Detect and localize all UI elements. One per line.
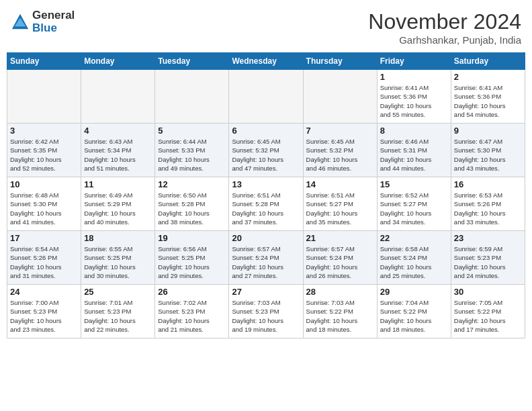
day-number: 9 bbox=[454, 126, 522, 136]
day-info: Sunrise: 7:04 AM Sunset: 5:22 PM Dayligh… bbox=[380, 298, 448, 334]
day-info: Sunrise: 6:47 AM Sunset: 5:30 PM Dayligh… bbox=[454, 137, 522, 173]
day-info: Sunrise: 6:58 AM Sunset: 5:24 PM Dayligh… bbox=[380, 244, 448, 280]
weekday-header: Saturday bbox=[451, 53, 525, 70]
day-number: 28 bbox=[306, 287, 374, 297]
day-info: Sunrise: 6:53 AM Sunset: 5:26 PM Dayligh… bbox=[454, 191, 522, 226]
day-info: Sunrise: 6:55 AM Sunset: 5:25 PM Dayligh… bbox=[84, 244, 152, 280]
day-cell: 9Sunrise: 6:47 AM Sunset: 5:30 PM Daylig… bbox=[451, 124, 525, 177]
title-block: November 2024 Garhshankar, Punjab, India bbox=[368, 9, 521, 46]
day-info: Sunrise: 6:59 AM Sunset: 5:23 PM Dayligh… bbox=[454, 244, 522, 280]
day-number: 6 bbox=[232, 126, 300, 136]
day-info: Sunrise: 7:03 AM Sunset: 5:22 PM Dayligh… bbox=[306, 298, 374, 334]
day-number: 3 bbox=[10, 126, 78, 136]
empty-day-cell bbox=[155, 70, 229, 124]
day-info: Sunrise: 6:48 AM Sunset: 5:30 PM Dayligh… bbox=[10, 191, 78, 226]
calendar-week-row: 1Sunrise: 6:41 AM Sunset: 5:36 PM Daylig… bbox=[7, 70, 525, 124]
day-cell: 8Sunrise: 6:46 AM Sunset: 5:31 PM Daylig… bbox=[377, 124, 451, 177]
day-number: 26 bbox=[158, 287, 226, 297]
day-number: 27 bbox=[232, 287, 300, 297]
day-info: Sunrise: 6:51 AM Sunset: 5:28 PM Dayligh… bbox=[232, 191, 300, 226]
day-number: 18 bbox=[84, 233, 152, 243]
day-cell: 24Sunrise: 7:00 AM Sunset: 5:23 PM Dayli… bbox=[7, 285, 81, 338]
day-number: 4 bbox=[84, 126, 152, 136]
day-info: Sunrise: 7:03 AM Sunset: 5:23 PM Dayligh… bbox=[232, 298, 300, 334]
weekday-header: Tuesday bbox=[155, 53, 229, 70]
logo-icon bbox=[11, 13, 30, 32]
location: Garhshankar, Punjab, India bbox=[368, 34, 521, 46]
day-number: 5 bbox=[158, 126, 226, 136]
weekday-header-row: SundayMondayTuesdayWednesdayThursdayFrid… bbox=[7, 53, 525, 70]
day-info: Sunrise: 7:00 AM Sunset: 5:23 PM Dayligh… bbox=[10, 298, 78, 334]
day-cell: 2Sunrise: 6:41 AM Sunset: 5:36 PM Daylig… bbox=[451, 70, 525, 124]
day-cell: 22Sunrise: 6:58 AM Sunset: 5:24 PM Dayli… bbox=[377, 231, 451, 285]
day-cell: 30Sunrise: 7:05 AM Sunset: 5:22 PM Dayli… bbox=[451, 285, 525, 338]
day-cell: 26Sunrise: 7:02 AM Sunset: 5:23 PM Dayli… bbox=[155, 285, 229, 338]
day-cell: 13Sunrise: 6:51 AM Sunset: 5:28 PM Dayli… bbox=[229, 177, 303, 231]
logo: General Blue bbox=[11, 9, 75, 34]
empty-day-cell bbox=[229, 70, 303, 124]
day-info: Sunrise: 6:44 AM Sunset: 5:33 PM Dayligh… bbox=[158, 137, 226, 173]
day-info: Sunrise: 6:43 AM Sunset: 5:34 PM Dayligh… bbox=[84, 137, 152, 173]
day-cell: 29Sunrise: 7:04 AM Sunset: 5:22 PM Dayli… bbox=[377, 285, 451, 338]
day-number: 23 bbox=[454, 233, 522, 243]
day-cell: 14Sunrise: 6:51 AM Sunset: 5:27 PM Dayli… bbox=[303, 177, 377, 231]
day-cell: 1Sunrise: 6:41 AM Sunset: 5:36 PM Daylig… bbox=[377, 70, 451, 124]
day-cell: 18Sunrise: 6:55 AM Sunset: 5:25 PM Dayli… bbox=[81, 231, 155, 285]
calendar-table: SundayMondayTuesdayWednesdayThursdayFrid… bbox=[7, 52, 525, 338]
day-number: 14 bbox=[306, 179, 374, 189]
day-info: Sunrise: 6:54 AM Sunset: 5:26 PM Dayligh… bbox=[10, 244, 78, 280]
weekday-header: Thursday bbox=[303, 53, 377, 70]
day-info: Sunrise: 7:05 AM Sunset: 5:22 PM Dayligh… bbox=[454, 298, 522, 334]
day-info: Sunrise: 6:46 AM Sunset: 5:31 PM Dayligh… bbox=[380, 137, 448, 173]
day-number: 11 bbox=[84, 179, 152, 189]
day-number: 24 bbox=[10, 287, 78, 297]
day-cell: 21Sunrise: 6:57 AM Sunset: 5:24 PM Dayli… bbox=[303, 231, 377, 285]
day-cell: 25Sunrise: 7:01 AM Sunset: 5:23 PM Dayli… bbox=[81, 285, 155, 338]
day-cell: 3Sunrise: 6:42 AM Sunset: 5:35 PM Daylig… bbox=[7, 124, 81, 177]
day-cell: 23Sunrise: 6:59 AM Sunset: 5:23 PM Dayli… bbox=[451, 231, 525, 285]
day-number: 20 bbox=[232, 233, 300, 243]
calendar-body: 1Sunrise: 6:41 AM Sunset: 5:36 PM Daylig… bbox=[7, 70, 525, 338]
day-cell: 20Sunrise: 6:57 AM Sunset: 5:24 PM Dayli… bbox=[229, 231, 303, 285]
weekday-header: Sunday bbox=[7, 53, 81, 70]
day-number: 8 bbox=[380, 126, 448, 136]
empty-day-cell bbox=[81, 70, 155, 124]
day-cell: 17Sunrise: 6:54 AM Sunset: 5:26 PM Dayli… bbox=[7, 231, 81, 285]
day-info: Sunrise: 6:49 AM Sunset: 5:29 PM Dayligh… bbox=[84, 191, 152, 226]
day-info: Sunrise: 6:57 AM Sunset: 5:24 PM Dayligh… bbox=[232, 244, 300, 280]
day-number: 1 bbox=[380, 72, 448, 82]
calendar-week-row: 24Sunrise: 7:00 AM Sunset: 5:23 PM Dayli… bbox=[7, 285, 525, 338]
day-number: 25 bbox=[84, 287, 152, 297]
day-cell: 27Sunrise: 7:03 AM Sunset: 5:23 PM Dayli… bbox=[229, 285, 303, 338]
day-cell: 7Sunrise: 6:45 AM Sunset: 5:32 PM Daylig… bbox=[303, 124, 377, 177]
day-info: Sunrise: 7:02 AM Sunset: 5:23 PM Dayligh… bbox=[158, 298, 226, 334]
empty-day-cell bbox=[303, 70, 377, 124]
day-cell: 28Sunrise: 7:03 AM Sunset: 5:22 PM Dayli… bbox=[303, 285, 377, 338]
day-number: 12 bbox=[158, 179, 226, 189]
weekday-header: Friday bbox=[377, 53, 451, 70]
day-cell: 16Sunrise: 6:53 AM Sunset: 5:26 PM Dayli… bbox=[451, 177, 525, 231]
day-number: 7 bbox=[306, 126, 374, 136]
calendar-week-row: 3Sunrise: 6:42 AM Sunset: 5:35 PM Daylig… bbox=[7, 124, 525, 177]
day-number: 10 bbox=[10, 179, 78, 189]
day-cell: 6Sunrise: 6:45 AM Sunset: 5:32 PM Daylig… bbox=[229, 124, 303, 177]
calendar-week-row: 17Sunrise: 6:54 AM Sunset: 5:26 PM Dayli… bbox=[7, 231, 525, 285]
day-cell: 4Sunrise: 6:43 AM Sunset: 5:34 PM Daylig… bbox=[81, 124, 155, 177]
logo-blue-text: Blue bbox=[32, 22, 75, 35]
day-number: 19 bbox=[158, 233, 226, 243]
logo-general-text: General bbox=[32, 9, 75, 22]
month-title: November 2024 bbox=[368, 9, 521, 34]
day-info: Sunrise: 6:51 AM Sunset: 5:27 PM Dayligh… bbox=[306, 191, 374, 226]
day-info: Sunrise: 6:42 AM Sunset: 5:35 PM Dayligh… bbox=[10, 137, 78, 173]
day-info: Sunrise: 6:41 AM Sunset: 5:36 PM Dayligh… bbox=[454, 83, 522, 119]
day-info: Sunrise: 6:50 AM Sunset: 5:28 PM Dayligh… bbox=[158, 191, 226, 226]
day-number: 29 bbox=[380, 287, 448, 297]
weekday-header: Monday bbox=[81, 53, 155, 70]
empty-day-cell bbox=[7, 70, 81, 124]
day-number: 2 bbox=[454, 72, 522, 82]
day-info: Sunrise: 6:52 AM Sunset: 5:27 PM Dayligh… bbox=[380, 191, 448, 226]
day-cell: 19Sunrise: 6:56 AM Sunset: 5:25 PM Dayli… bbox=[155, 231, 229, 285]
day-cell: 5Sunrise: 6:44 AM Sunset: 5:33 PM Daylig… bbox=[155, 124, 229, 177]
calendar-header: SundayMondayTuesdayWednesdayThursdayFrid… bbox=[7, 53, 525, 70]
day-number: 17 bbox=[10, 233, 78, 243]
